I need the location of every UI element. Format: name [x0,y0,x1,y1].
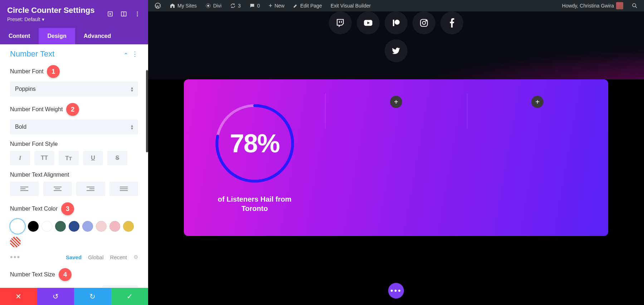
annotation-badge-3: 3 [61,202,74,215]
color-swatches [10,219,138,247]
panel-body: Number Text ⋮ Number Font 1 Poppins ▴▾ N… [0,44,148,288]
svg-line-11 [635,6,637,8]
search-icon[interactable] [629,3,640,9]
number-font-weight-select[interactable]: Bold ▴▾ [10,119,138,134]
updates-link[interactable]: 3 [227,3,244,9]
add-module-button[interactable]: + [390,96,402,108]
comments-link[interactable]: 0 [247,3,263,9]
panel-preset-dropdown[interactable]: Preset: Default ▾ [7,16,94,22]
annotation-badge-1: 1 [47,65,60,78]
svg-rect-0 [108,12,112,16]
svg-point-18 [426,20,426,21]
align-right-button[interactable] [76,182,105,196]
svg-point-4 [137,11,138,13]
kebab-menu-icon[interactable] [134,10,141,18]
panel-title: Circle Counter Settings [7,6,94,15]
youtube-icon[interactable] [357,11,380,34]
twitch-icon[interactable] [329,11,352,34]
twitter-icon[interactable] [385,39,408,62]
circle-percent-text: 78% [214,102,296,185]
section-kebab-icon[interactable]: ⋮ [132,50,138,58]
number-font-style-label: Number Font Style [10,141,58,147]
caret-down-icon: ▾ [42,16,44,22]
expand-icon[interactable] [107,10,114,18]
color-tab-saved[interactable]: Saved [66,254,82,260]
svg-point-8 [207,5,209,6]
style-italic-button[interactable]: I [10,151,30,165]
page-preview: My Sites Divi 3 0 +New Edit Page Exit Vi… [148,0,644,305]
color-swatch-none[interactable] [10,237,21,247]
svg-point-6 [137,15,138,16]
number-font-label: Number Font [10,68,43,75]
cancel-button[interactable]: ✕ [0,288,37,305]
tab-content[interactable]: Content [0,28,39,44]
panel-header: Circle Counter Settings Preset: Default … [0,0,148,28]
svg-point-17 [423,21,426,25]
style-smallcaps-button[interactable]: Tᴛ [59,151,79,165]
avatar [616,2,623,9]
save-button[interactable]: ✓ [111,288,148,305]
circle-counter-settings-panel: Circle Counter Settings Preset: Default … [0,0,148,305]
gear-icon[interactable]: ⚙ [133,254,138,260]
redo-button[interactable]: ↻ [74,288,111,305]
number-text-alignment-label: Number Text Alignment [10,172,69,178]
chevron-up-icon[interactable] [124,51,128,57]
new-link[interactable]: +New [266,2,288,10]
annotation-badge-4: 4 [59,268,72,281]
howdy-user[interactable]: Howdy, Christina Gwira [559,2,626,9]
color-swatch-selected[interactable] [10,219,25,234]
color-swatch[interactable] [28,221,39,232]
section-number-text[interactable]: Number Text [10,49,54,59]
color-tab-global[interactable]: Global [88,254,103,260]
style-strike-button[interactable]: S [107,151,127,165]
panel-footer: ✕ ↺ ↻ ✓ [0,288,148,305]
style-underline-button[interactable]: U [83,151,103,165]
circle-caption: of Listeners Hail from Toronto [214,195,296,213]
facebook-icon[interactable] [440,11,463,34]
align-justify-button[interactable] [109,182,138,196]
circle-counter-module[interactable]: 78% of Listeners Hail from Toronto [184,79,325,236]
exit-visual-builder-link[interactable]: Exit Visual Builder [328,3,374,9]
add-module-button[interactable]: + [531,96,543,108]
builder-fab[interactable]: ••• [388,283,404,299]
more-colors-icon[interactable]: ••• [10,252,20,262]
edit-page-link[interactable]: Edit Page [290,3,325,9]
gradient-section: 78% of Listeners Hail from Toronto + + [184,79,608,236]
dark-header-section [148,11,644,79]
svg-point-5 [137,14,138,15]
number-font-weight-label: Number Font Weight [10,106,63,113]
number-font-select[interactable]: Poppins ▴▾ [10,82,138,97]
patreon-icon[interactable] [385,11,408,34]
select-arrows-icon: ▴▾ [131,124,133,130]
panel-tabs: Content Design Advanced [0,28,148,44]
my-sites-link[interactable]: My Sites [167,3,200,9]
svg-rect-14 [393,20,394,26]
site-name-link[interactable]: Divi [203,3,224,9]
instagram-icon[interactable] [413,11,435,34]
columns-icon[interactable] [120,10,127,18]
svg-point-15 [395,20,400,25]
color-tab-recent[interactable]: Recent [110,254,127,260]
wp-admin-bar: My Sites Divi 3 0 +New Edit Page Exit Vi… [148,0,644,11]
color-swatch[interactable] [109,221,120,232]
number-text-color-label: Number Text Color [10,206,58,212]
text-size-input[interactable]: 72px [102,285,138,288]
select-arrows-icon: ▴▾ [131,86,133,92]
color-swatch[interactable] [69,221,79,232]
align-left-button[interactable] [10,182,39,196]
color-swatch[interactable] [55,221,66,232]
undo-button[interactable]: ↺ [37,288,74,305]
color-swatch[interactable] [96,221,107,232]
annotation-badge-2: 2 [66,103,79,116]
color-swatch[interactable] [82,221,93,232]
align-center-button[interactable] [43,182,72,196]
wp-logo[interactable] [152,3,164,9]
svg-point-10 [633,4,636,7]
tab-design[interactable]: Design [39,28,75,44]
color-swatch[interactable] [123,221,134,232]
style-uppercase-button[interactable]: TT [34,151,54,165]
tab-advanced[interactable]: Advanced [75,28,119,44]
color-swatch[interactable] [42,221,52,232]
svg-point-1 [110,14,111,15]
number-text-size-label: Number Text Size [10,271,55,278]
